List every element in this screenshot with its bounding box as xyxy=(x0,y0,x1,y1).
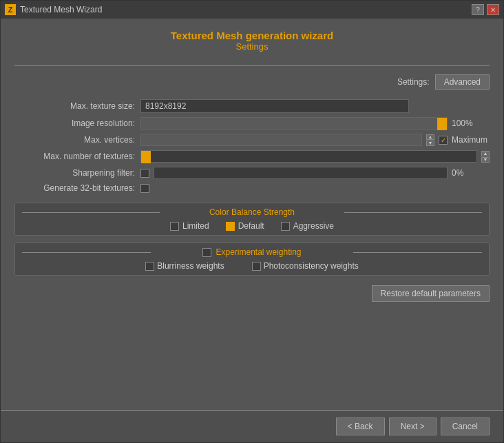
wizard-subtitle: Settings xyxy=(14,41,490,52)
experimental-title-row: Experimental weighting xyxy=(22,247,482,257)
next-button[interactable]: Next > xyxy=(389,418,437,435)
window-controls: ? ✕ xyxy=(472,4,499,15)
header-divider xyxy=(14,65,490,66)
generate-32bit-row: Generate 32-bit textures: xyxy=(14,183,490,193)
settings-label: Settings: xyxy=(397,77,430,87)
max-texture-size-control: 8192x8192 xyxy=(140,99,490,113)
generate-32bit-control xyxy=(140,184,490,193)
limited-radio[interactable] xyxy=(170,222,179,231)
max-texture-size-value: 8192x8192 xyxy=(140,99,409,113)
default-label: Default xyxy=(238,221,264,231)
sharpening-slider[interactable] xyxy=(154,167,448,179)
aggressive-label: Aggressive xyxy=(293,221,334,231)
cancel-button[interactable]: Cancel xyxy=(441,418,490,435)
max-textures-down[interactable]: ▼ xyxy=(481,157,490,163)
spacer xyxy=(14,309,490,402)
color-balance-panel: Color Balance Strength Limited Default A… xyxy=(14,203,490,236)
sharpening-value: 0% xyxy=(452,168,490,178)
help-button[interactable]: ? xyxy=(472,4,484,15)
app-icon: Z xyxy=(5,4,16,15)
advanced-button[interactable]: Advanced xyxy=(435,74,490,90)
experimental-title: Experimental weighting xyxy=(216,247,301,257)
max-textures-slider[interactable] xyxy=(140,150,477,163)
color-balance-default[interactable]: Default xyxy=(226,221,264,231)
generate-32bit-checkbox[interactable] xyxy=(140,184,149,193)
generate-32bit-label: Generate 32-bit textures: xyxy=(14,183,135,193)
image-resolution-control: 100% xyxy=(140,117,490,130)
wizard-title: Textured Mesh generation wizard xyxy=(14,30,490,41)
max-textures-label: Max. number of textures: xyxy=(14,152,135,161)
color-balance-options: Limited Default Aggressive xyxy=(22,221,482,231)
photoconsistency-checkbox[interactable] xyxy=(252,262,261,271)
titlebar: Z Textured Mesh Wizard ? ✕ xyxy=(1,1,503,19)
max-vertices-up[interactable]: ▲ xyxy=(426,134,434,140)
sharpening-control: 0% xyxy=(140,167,490,179)
window-title: Textured Mesh Wizard xyxy=(20,5,468,14)
sharpening-checkbox[interactable] xyxy=(140,169,149,178)
max-textures-row: Max. number of textures: ▲ ▼ xyxy=(14,150,490,163)
max-texture-size-label: Max. texture size: xyxy=(14,101,135,111)
main-window: Z Textured Mesh Wizard ? ✕ Textured Mesh… xyxy=(0,0,504,443)
max-vertices-down[interactable]: ▼ xyxy=(426,141,434,146)
blurriness-option[interactable]: Blurriness weights xyxy=(145,261,224,271)
max-vertices-control: ▲ ▼ Maximum xyxy=(140,134,490,146)
color-balance-aggressive[interactable]: Aggressive xyxy=(281,221,334,231)
params-grid: Max. texture size: 8192x8192 Image resol… xyxy=(14,99,490,193)
experimental-panel: Experimental weighting Blurriness weight… xyxy=(14,243,490,276)
image-resolution-label: Image resolution: xyxy=(14,119,135,128)
max-texture-size-row: Max. texture size: 8192x8192 xyxy=(14,99,490,113)
max-vertices-row: Max. vertices: ▲ ▼ Maximum xyxy=(14,134,490,146)
max-vertices-checkbox[interactable] xyxy=(439,136,448,145)
color-balance-title: Color Balance Strength xyxy=(22,207,482,217)
photoconsistency-option[interactable]: Photoconsistency weights xyxy=(252,261,359,271)
experimental-options: Blurriness weights Photoconsistency weig… xyxy=(22,261,482,271)
sharpening-row: Sharpening filter: 0% xyxy=(14,167,490,179)
image-resolution-slider[interactable] xyxy=(140,117,448,130)
max-textures-spinners: ▲ ▼ xyxy=(481,151,490,163)
image-resolution-value: 100% xyxy=(452,119,490,128)
max-vertices-slider[interactable] xyxy=(140,134,422,146)
max-vertices-label: Max. vertices: xyxy=(14,135,135,145)
max-textures-control: ▲ ▼ xyxy=(140,150,490,163)
back-button[interactable]: < Back xyxy=(336,418,385,435)
blurriness-label: Blurriness weights xyxy=(157,261,224,271)
settings-row: Settings: Advanced xyxy=(14,74,490,90)
limited-label: Limited xyxy=(182,221,209,231)
footer: < Back Next > Cancel xyxy=(1,410,503,442)
max-vertices-spinners: ▲ ▼ xyxy=(426,134,434,146)
sharpening-label: Sharpening filter: xyxy=(14,168,135,178)
blurriness-checkbox[interactable] xyxy=(145,262,154,271)
photoconsistency-label: Photoconsistency weights xyxy=(264,261,359,271)
close-button[interactable]: ✕ xyxy=(487,4,499,15)
image-resolution-row: Image resolution: 100% xyxy=(14,117,490,130)
restore-button[interactable]: Restore default parameters xyxy=(372,285,490,302)
restore-row: Restore default parameters xyxy=(14,285,490,302)
image-resolution-thumb xyxy=(437,118,447,130)
color-balance-limited[interactable]: Limited xyxy=(170,221,209,231)
main-content: Textured Mesh generation wizard Settings… xyxy=(1,19,503,410)
default-radio[interactable] xyxy=(226,222,235,231)
experimental-checkbox[interactable] xyxy=(202,248,211,257)
aggressive-radio[interactable] xyxy=(281,222,290,231)
max-vertices-extra-label: Maximum xyxy=(452,135,490,145)
wizard-header: Textured Mesh generation wizard Settings xyxy=(14,30,490,52)
max-textures-up[interactable]: ▲ xyxy=(481,151,490,156)
